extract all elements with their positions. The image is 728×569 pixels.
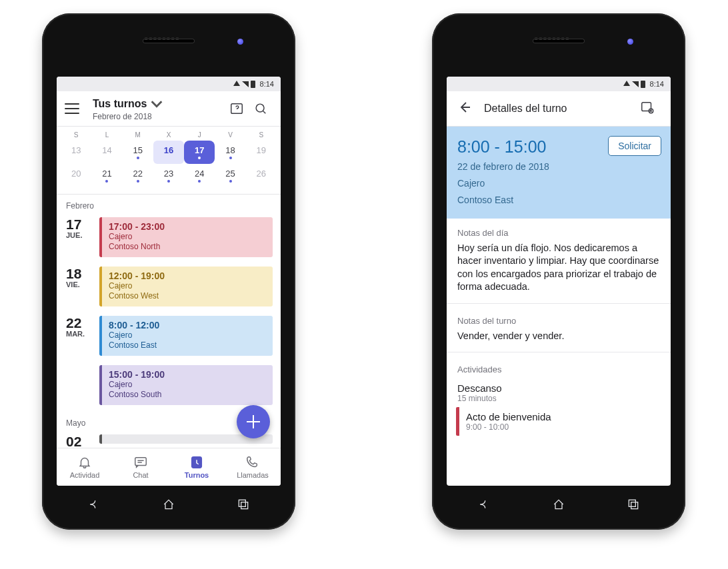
shift-row[interactable]: 17JUE.17:00 - 23:00CajeroContoso North — [57, 215, 281, 264]
activity-row[interactable]: Descanso15 minutos — [447, 378, 671, 407]
android-nav — [447, 490, 671, 519]
cal-dow: M — [123, 129, 153, 141]
android-nav — [57, 490, 281, 519]
tab-label: Turnos — [185, 471, 209, 479]
home-icon[interactable] — [552, 498, 565, 511]
calendar: SLMXJVS 1314151617181920212223242526 — [57, 127, 281, 194]
status-bar: 8:14 — [447, 77, 671, 91]
svg-rect-9 — [631, 502, 638, 509]
section-label: Notas del turno — [447, 306, 671, 330]
tab-calls[interactable]: Llamadas — [225, 448, 281, 486]
cal-day[interactable]: 14 — [91, 141, 122, 164]
status-bar: 8:14 — [57, 77, 281, 91]
back-button[interactable] — [456, 99, 472, 118]
page-title: Detalles del turno — [484, 103, 640, 115]
shift-hero: 8:00 - 15:00 22 de febrero de 2018 Cajer… — [447, 127, 671, 219]
shift-card[interactable]: 17:00 - 23:00CajeroContoso North — [99, 217, 273, 257]
shift-time: 12:00 - 19:00 — [109, 271, 266, 281]
cal-day[interactable]: 21 — [91, 164, 122, 187]
activity-sub: 15 minutos — [457, 394, 660, 403]
cal-dow: S — [61, 129, 91, 141]
phone-left: 8:14 Tus turnos Febrero de 2018 SLMXJVS … — [42, 13, 295, 530]
shift-role: Cajero — [109, 380, 266, 390]
tab-chat[interactable]: Chat — [113, 448, 169, 486]
cal-dow: J — [184, 129, 215, 141]
cal-day[interactable]: 18 — [215, 141, 245, 164]
page-subtitle: Febrero de 2018 — [93, 112, 225, 121]
hero-location: Contoso East — [457, 194, 660, 207]
day-number: 22 — [66, 316, 99, 330]
shift-location: Contoso North — [109, 242, 266, 252]
hero-role: Cajero — [457, 177, 660, 190]
chat-icon — [133, 455, 148, 470]
page-title: Tus turnos — [93, 98, 147, 110]
title-dropdown[interactable]: Tus turnos — [93, 97, 225, 111]
shift-role: Cajero — [109, 281, 266, 291]
back-icon[interactable] — [477, 498, 491, 511]
section-label: Actividades — [447, 355, 671, 378]
shift-time: 17:00 - 23:00 — [109, 221, 266, 232]
status-clock: 8:14 — [650, 80, 664, 88]
recent-icon[interactable] — [627, 498, 640, 511]
back-icon[interactable] — [87, 498, 101, 511]
svg-point-1 — [256, 104, 264, 112]
cal-day[interactable]: 24 — [184, 164, 215, 187]
shift-card[interactable]: 12:00 - 19:00CajeroContoso West — [99, 267, 273, 306]
cal-day[interactable]: 25 — [215, 164, 245, 187]
share-icon[interactable] — [640, 100, 661, 117]
svg-rect-4 — [239, 500, 245, 506]
shift-row[interactable]: 15:00 - 19:00CajeroContoso South — [57, 362, 281, 412]
shift-role: Cajero — [109, 232, 266, 242]
day-number: 18 — [66, 267, 99, 281]
shift-location: Contoso West — [109, 291, 266, 301]
cal-day[interactable]: 26 — [246, 164, 277, 187]
search-icon[interactable] — [249, 97, 273, 121]
cal-day[interactable]: 15 — [123, 141, 153, 164]
svg-rect-5 — [241, 502, 248, 509]
svg-rect-8 — [629, 500, 635, 506]
day-number: 02 — [66, 434, 99, 446]
cal-day[interactable]: 20 — [61, 164, 91, 187]
activity-sub: 9:00 - 10:00 — [466, 422, 660, 432]
activity-name: Descanso — [457, 382, 660, 394]
shifts-list[interactable]: Febrero 17JUE.17:00 - 23:00CajeroContoso… — [57, 194, 281, 448]
menu-icon[interactable] — [65, 99, 83, 118]
help-icon[interactable] — [225, 97, 249, 121]
shift-row[interactable]: 22MAR.8:00 - 12:00CajeroContoso East — [57, 313, 281, 362]
cal-day[interactable]: 23 — [153, 164, 184, 187]
cal-dow: V — [215, 129, 245, 141]
cal-day[interactable]: 16 — [153, 141, 184, 164]
recent-icon[interactable] — [237, 498, 250, 511]
shift-card[interactable]: 8:00 - 12:00CajeroContoso East — [99, 316, 273, 356]
month-header: Febrero — [57, 195, 281, 215]
tab-label: Chat — [133, 471, 148, 479]
shift-time: 15:00 - 19:00 — [109, 369, 266, 380]
cal-dow: X — [153, 129, 184, 141]
day-dow: VIE. — [66, 281, 99, 288]
tab-label: Llamadas — [237, 471, 269, 479]
request-button[interactable]: Solicitar — [608, 136, 661, 156]
cal-day[interactable]: 19 — [246, 141, 277, 164]
tab-label: Actividad — [70, 471, 100, 479]
tab-shifts[interactable]: Turnos — [169, 448, 225, 486]
cal-dow: L — [91, 129, 122, 141]
shift-location: Contoso East — [109, 340, 266, 350]
day-dow: JUE. — [66, 231, 99, 239]
add-button[interactable] — [237, 405, 270, 438]
tab-activity[interactable]: Actividad — [57, 448, 113, 486]
day-notes: Hoy sería un día flojo. Nos dedicaremos … — [447, 242, 671, 300]
activity-name: Acto de bienvenida — [466, 411, 660, 422]
cal-day[interactable]: 17 — [184, 141, 215, 164]
shift-row[interactable]: 18VIE.12:00 - 19:00CajeroContoso West — [57, 264, 281, 313]
cal-day[interactable]: 22 — [123, 164, 153, 187]
shift-card[interactable]: 15:00 - 19:00CajeroContoso South — [99, 365, 273, 405]
shift-location: Contoso South — [109, 390, 266, 400]
shift-role: Cajero — [109, 330, 266, 340]
cal-day[interactable]: 13 — [61, 141, 91, 164]
section-label: Notas del día — [447, 219, 671, 242]
day-dow: MAR. — [66, 330, 99, 338]
tab-bar: Actividad Chat Turnos Llamadas — [57, 448, 281, 486]
home-icon[interactable] — [162, 498, 175, 511]
activity-row[interactable]: Acto de bienvenida9:00 - 10:00 — [456, 407, 671, 436]
appbar: Tus turnos Febrero de 2018 — [57, 91, 281, 127]
